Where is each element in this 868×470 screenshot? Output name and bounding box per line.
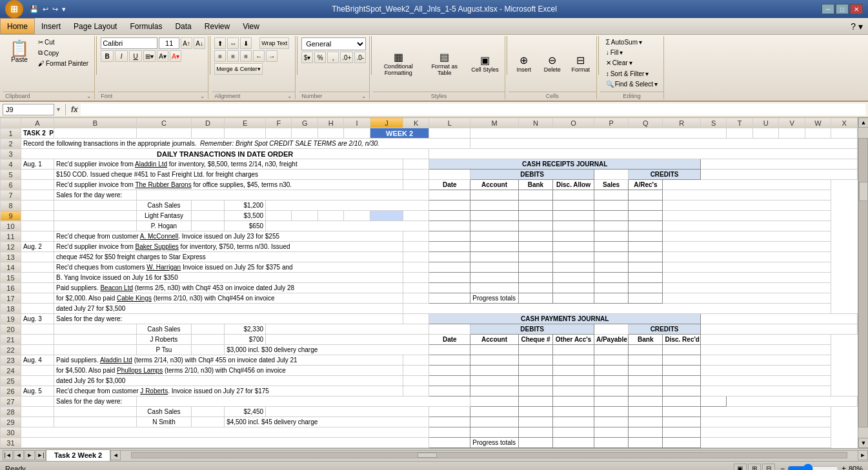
cell-P30[interactable] (594, 427, 628, 438)
row-14[interactable]: 14 (1, 262, 21, 273)
cell-O27[interactable] (594, 397, 628, 407)
percent-btn[interactable]: % (314, 52, 326, 63)
cell-B29[interactable] (54, 417, 137, 427)
cell-M11[interactable] (470, 231, 519, 242)
cell-P17[interactable] (594, 293, 628, 304)
cell-O31[interactable] (553, 438, 594, 448)
cell-L24[interactable] (429, 366, 470, 376)
col-M[interactable]: M (470, 118, 519, 128)
cell-P12[interactable] (594, 242, 628, 252)
cell-N21[interactable]: Cheque # (518, 335, 552, 345)
cell-O10[interactable] (553, 221, 594, 231)
align-top-btn[interactable]: ⬆ (214, 37, 226, 49)
cell-O8[interactable] (553, 201, 594, 211)
row-3[interactable]: 3 (1, 149, 21, 159)
page-break-view-btn[interactable]: ⊟ (762, 464, 775, 471)
cell-N6[interactable]: Bank (518, 180, 552, 190)
cell-N16[interactable] (518, 283, 552, 293)
cell-R21[interactable]: Disc. Rec'd (663, 335, 701, 345)
cell-E9[interactable]: $3,500 (225, 211, 266, 221)
cell-E28[interactable]: $2,450 (225, 407, 266, 417)
col-K[interactable]: K (403, 118, 429, 128)
cell-P20[interactable] (594, 324, 628, 335)
cell-O13[interactable] (553, 252, 594, 262)
cell-L28[interactable] (429, 407, 470, 417)
autosum-btn[interactable]: Σ AutoSum▾ (603, 37, 661, 47)
cell-F9[interactable] (266, 211, 292, 221)
cell-Q15[interactable] (629, 273, 663, 283)
cell-N7[interactable] (518, 190, 552, 201)
menu-data[interactable]: Data (168, 18, 197, 34)
cell-styles-btn[interactable]: ▣ Cell Styles (468, 52, 502, 75)
cell-M26[interactable] (470, 386, 519, 397)
cell-L23[interactable] (429, 355, 470, 366)
col-I[interactable]: I (344, 118, 370, 128)
cell-R27[interactable] (700, 397, 726, 407)
clear-btn[interactable]: ✕ Clear▾ (603, 58, 661, 68)
cell-A21[interactable] (21, 335, 54, 345)
col-C[interactable]: C (136, 118, 191, 128)
help-icon[interactable]: ? (851, 21, 856, 32)
row-13[interactable]: 13 (1, 252, 21, 262)
menu-page-layout[interactable]: Page Layout (67, 18, 123, 34)
cell-P8[interactable] (594, 201, 628, 211)
cell-B7[interactable]: Sales for the day were: (54, 190, 137, 201)
menu-formulas[interactable]: Formulas (123, 18, 168, 34)
cell-O12[interactable] (553, 242, 594, 252)
cell-L14[interactable] (429, 262, 470, 273)
save-quick-btn[interactable]: 💾 (28, 4, 40, 15)
cell-Q6[interactable]: A/Rec's (629, 180, 663, 190)
col-H[interactable]: H (318, 118, 343, 128)
cell-A20[interactable] (21, 324, 54, 335)
cell-Q5[interactable]: CREDITS (629, 170, 701, 180)
cell-R30[interactable] (663, 427, 701, 438)
cell-P24[interactable] (594, 366, 628, 376)
cell-X1[interactable] (831, 128, 858, 139)
cell-N26[interactable] (518, 386, 552, 397)
cell-L17[interactable] (429, 293, 470, 304)
cell-P21[interactable]: A/Payable (594, 335, 628, 345)
cell-O9[interactable] (553, 211, 594, 221)
number-format-select[interactable]: General Number Currency (301, 37, 366, 50)
cell-H9[interactable] (318, 211, 343, 221)
normal-view-btn[interactable]: ▣ (734, 464, 747, 471)
cell-L9[interactable] (429, 211, 470, 221)
cell-Q25[interactable] (629, 376, 663, 386)
zoom-in-btn[interactable]: + (842, 464, 846, 471)
cell-R24[interactable] (663, 366, 701, 376)
cell-O29[interactable] (553, 417, 594, 427)
cell-B28[interactable] (54, 407, 137, 417)
delete-cells-btn[interactable]: ⊖ Delete (540, 52, 565, 75)
cell-L20[interactable] (429, 324, 470, 335)
cell-B18[interactable]: dated July 27 for $3,500 (54, 304, 403, 314)
cell-J1[interactable]: WEEK 2 (370, 128, 429, 139)
tab-last-btn[interactable]: ►| (35, 450, 46, 460)
cell-P23[interactable] (594, 355, 628, 366)
cell-N27[interactable] (553, 397, 594, 407)
cell-M29[interactable] (470, 417, 519, 427)
cell-L31[interactable] (429, 438, 470, 448)
cell-E10[interactable]: $650 (225, 221, 266, 231)
row-20[interactable]: 20 (1, 324, 21, 335)
cell-M7[interactable] (470, 190, 519, 201)
col-S[interactable]: S (700, 118, 726, 128)
row-25[interactable]: 25 (1, 376, 21, 386)
cell-O14[interactable] (553, 262, 594, 273)
underline-btn[interactable]: U (129, 50, 142, 62)
cell-A17[interactable] (21, 293, 54, 304)
cell-Q24[interactable] (629, 366, 663, 376)
row-9[interactable]: 9 (1, 211, 21, 221)
cell-A8[interactable] (21, 201, 54, 211)
cell-M28[interactable] (470, 407, 519, 417)
dec-decrease-btn[interactable]: .0- (354, 52, 366, 63)
align-middle-btn[interactable]: ↔ (227, 37, 239, 49)
cell-M6[interactable]: Account (470, 180, 519, 190)
cell-L1[interactable] (429, 128, 470, 139)
cell-A12[interactable]: Aug. 2 (21, 242, 54, 252)
v-scroll-thumb[interactable] (859, 182, 868, 201)
row-28[interactable]: 28 (1, 407, 21, 417)
cell-Q31[interactable] (629, 438, 663, 448)
cell-G1[interactable] (292, 128, 318, 139)
horizontal-scrollbar[interactable]: ◄ ► (110, 450, 868, 460)
row-18[interactable]: 18 (1, 304, 21, 314)
